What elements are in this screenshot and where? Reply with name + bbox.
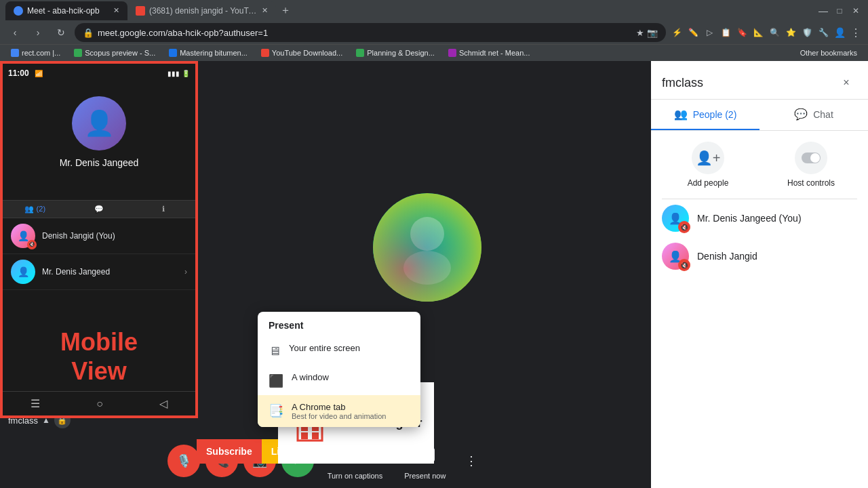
extension-icons: ⚡ ✏️ ▷ 📋 🔖 📐 🔍 ⭐ 🛡️ 🔧 👤 ⋮ [670,26,863,39]
ext-icon-2[interactable]: ✏️ [686,26,700,39]
panel-participant-name-2: Denish Jangid [697,251,757,262]
panel-mute-badge-2: 🔇 [678,259,690,271]
avatar-face-icon: 👤 [84,109,115,138]
add-people-icon: 👤+ [692,142,724,174]
address-bar[interactable]: 🔒 meet.google.com/aba-hcik-opb?authuser=… [75,23,666,42]
like-button[interactable]: Like [262,439,278,464]
tab-youtube[interactable]: (3681) denish jangid - YouTube ✕ [127,1,276,20]
present-option-screen[interactable]: 🖥 Your entire screen [258,336,420,365]
mobile-battery-icon: 🔋 [182,70,190,77]
info-icon-mobile: ℹ [162,205,165,214]
chat-tab-icon: 💬 [794,108,808,121]
more-options-button[interactable]: ⋮ [459,449,484,473]
chrome-menu[interactable]: ⋮ [849,26,863,39]
new-tab-button[interactable]: ＋ [276,1,295,20]
mobile-call-name: Mr. Denis Jangeed [60,157,139,168]
close-button[interactable]: ✕ [849,4,863,18]
main-content: 11:00 📶 ▮▮▮ 🔋 👤 Mr. Denis Jangeed 👥 (2) [0,61,868,488]
bookmark-more-label: Other bookmarks [800,49,857,57]
svg-rect-13 [301,432,308,439]
host-controls-button[interactable]: Host controls [765,142,857,188]
present-option-window-text: A window [292,372,329,382]
profile-icon[interactable]: 👤 [833,26,846,39]
people-tab-icon: 👥 [674,108,688,121]
bookmark-more[interactable]: Other bookmarks [795,47,863,58]
chat-icon-mobile: 💬 [94,205,104,214]
bookmark-2[interactable]: Scopus preview - S... [68,47,161,58]
ext-icon-1[interactable]: ⚡ [670,26,684,39]
mobile-tabs: 👥 (2) 💬 ℹ [3,200,195,218]
forward-button[interactable]: › [28,23,47,42]
mute-badge-1: 🔇 [27,240,37,249]
bookmark-6[interactable]: Schmidt net - Mean... [443,47,536,58]
ext-icon-10[interactable]: 🔧 [816,26,830,39]
avatar-svg [373,193,481,302]
mobile-call-avatar: 👤 [72,96,126,150]
add-people-button[interactable]: 👤+ Add people [662,142,754,188]
tab-meet[interactable]: Meet - aba-hcik-opb ✕ [5,1,127,20]
bookmark-label-3: Mastering bitumen... [180,49,248,57]
add-people-label: Add people [688,178,729,188]
mobile-home-icon[interactable]: ☰ [31,397,40,410]
bookmark-1[interactable]: rect.com |... [5,47,66,58]
present-option-chrome-tab[interactable]: 📑 A Chrome tab Best for video and animat… [258,395,420,427]
ext-icon-7[interactable]: 🔍 [768,26,781,39]
panel-participant-name-1: Mr. Denis Jangeed (You) [697,213,802,224]
mobile-participant-row-2[interactable]: 👤 Mr. Denis Jangeed › [3,254,195,290]
mobile-time: 11:00 [8,68,29,78]
mobile-tab-info[interactable]: ℹ [131,205,195,214]
svg-point-3 [373,193,481,302]
mute-button[interactable]: 🎙️ [167,445,200,477]
address-bar-row: ‹ › ↻ 🔒 meet.google.com/aba-hcik-opb?aut… [0,22,868,44]
host-controls-label: Host controls [787,178,835,188]
back-button[interactable]: ‹ [5,23,24,42]
panel-mute-badge-1: 🔇 [678,221,690,233]
bookmark-label-5: Planning & Design... [367,49,435,57]
camera-icon[interactable]: 📷 [647,28,658,38]
mobile-tab-people[interactable]: 👥 (2) [3,205,67,214]
bookmark-5[interactable]: Planning & Design... [351,47,440,58]
host-controls-icon [795,142,827,174]
refresh-button[interactable]: ↻ [52,23,71,42]
avatar-emoji-1: 👤 [18,230,29,241]
panel-title: fmclass [662,76,703,90]
subscribe-button[interactable]: Subscribe [197,439,262,464]
bookmark-4[interactable]: YouTube Download... [256,47,348,58]
tab-youtube-close[interactable]: ✕ [262,6,268,15]
mobile-participant-name-2: Mr. Denis Jangeed [42,267,110,277]
meet-area: 11:00 📶 ▮▮▮ 🔋 👤 Mr. Denis Jangeed 👥 (2) [0,61,651,488]
youtube-favicon [136,6,145,16]
chrome-tab-icon: 📑 [269,403,283,418]
ext-icon-5[interactable]: 🔖 [735,26,749,39]
panel-tab-chat[interactable]: 💬 Chat [760,100,868,130]
panel-tabs: 👥 People (2) 💬 Chat [651,100,868,131]
screen-icon: 🖥 [269,344,281,359]
mobile-status-bar: 11:00 📶 ▮▮▮ 🔋 [3,64,195,83]
present-tab-desc: Best for video and animation [292,412,386,420]
panel-close-button[interactable]: × [835,72,857,94]
mobile-participant-name-1: Denish Jangid (You) [42,231,115,241]
star-icon[interactable]: ★ [636,28,644,38]
tab-bar: Meet - aba-hcik-opb ✕ (3681) denish jang… [0,0,868,22]
bookmark-favicon-6 [448,49,456,57]
panel-header: fmclass × [651,61,868,100]
mobile-wifi-icon: 📶 [35,70,43,77]
mobile-circle-icon[interactable]: ○ [96,398,103,410]
mobile-back-icon[interactable]: ◁ [159,397,167,410]
panel-tab-people[interactable]: 👥 People (2) [651,100,760,130]
ext-icon-3[interactable]: ▷ [703,26,716,39]
ext-icon-9[interactable]: 🛡️ [800,26,814,39]
mobile-tab-chat[interactable]: 💬 [67,205,132,214]
bookmark-favicon-4 [261,49,269,57]
bookmark-3[interactable]: Mastering bitumen... [163,47,253,58]
ext-icon-8[interactable]: ⭐ [784,26,797,39]
mobile-label-text: Mobile View [60,327,138,386]
ext-icon-4[interactable]: 📋 [719,26,732,39]
ext-icon-6[interactable]: 📐 [751,26,765,39]
minimize-button[interactable]: — [816,4,830,18]
tab-meet-close[interactable]: ✕ [113,6,119,15]
mobile-label: Mobile View [3,322,195,391]
present-option-window[interactable]: ⬛ A window [258,365,420,395]
maximize-button[interactable]: □ [833,4,846,18]
chevron-right-icon: › [184,267,187,277]
